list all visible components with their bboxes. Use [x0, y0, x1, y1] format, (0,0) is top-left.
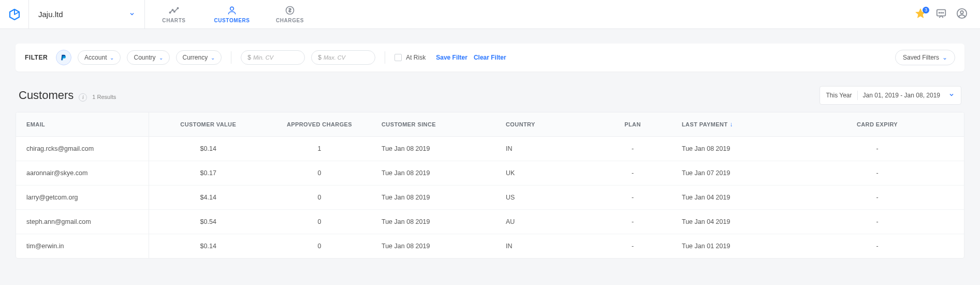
date-range-value: Jan 01, 2019 - Jan 08, 2019: [863, 92, 940, 99]
table-row[interactable]: larry@getcom.org$4.140Tue Jan 08 2019US-…: [16, 186, 964, 210]
dollar-icon: $: [247, 54, 251, 61]
cell-value: $4.14: [149, 186, 268, 210]
chevron-down-icon: ⌄: [211, 55, 215, 61]
min-cv-input-wrap[interactable]: $: [241, 50, 305, 65]
table-row[interactable]: steph.ann@gmail.com$0.540Tue Jan 08 2019…: [16, 210, 964, 234]
cell-country: AU: [495, 210, 594, 234]
svg-point-3: [177, 8, 178, 9]
col-expiry[interactable]: CARD EXPIRY: [791, 112, 964, 137]
col-since[interactable]: CUSTOMER SINCE: [371, 112, 495, 137]
filter-bar: FILTER Account ⌄ Country ⌄ Currency ⌄ $ …: [16, 44, 964, 72]
cell-expiry: -: [791, 137, 964, 161]
svg-point-0: [169, 12, 170, 13]
app-logo[interactable]: [0, 0, 29, 28]
cell-last: Tue Jan 04 2019: [671, 186, 791, 210]
cell-since: Tue Jan 08 2019: [371, 186, 495, 210]
col-value[interactable]: CUSTOMER VALUE: [149, 112, 268, 137]
min-cv-input[interactable]: [253, 54, 295, 61]
chevron-down-icon: ⌄: [159, 55, 163, 61]
cell-country: IN: [495, 234, 594, 259]
table-row[interactable]: chirag.rcks@gmail.com$0.141Tue Jan 08 20…: [16, 137, 964, 161]
workspace-selector[interactable]: Jaju.ltd: [29, 0, 145, 28]
cell-since: Tue Jan 08 2019: [371, 137, 495, 161]
col-plan[interactable]: PLAN: [594, 112, 671, 137]
cell-value: $0.14: [149, 234, 268, 259]
nav-tab-charges[interactable]: CHARGES: [261, 0, 319, 28]
pill-label: Currency: [183, 54, 208, 61]
save-filter-link[interactable]: Save Filter: [436, 54, 467, 61]
cell-last: Tue Jan 07 2019: [671, 161, 791, 186]
cell-email: tim@erwin.in: [16, 234, 149, 259]
table-row[interactable]: tim@erwin.in$0.140Tue Jan 08 2019IN-Tue …: [16, 234, 964, 259]
cell-expiry: -: [791, 186, 964, 210]
nav-tab-label: CHARTS: [162, 18, 185, 23]
cell-last: Tue Jan 08 2019: [671, 137, 791, 161]
cell-last: Tue Jan 01 2019: [671, 234, 791, 259]
pill-label: Country: [134, 54, 155, 61]
charts-icon: [169, 5, 179, 16]
cell-since: Tue Jan 08 2019: [371, 210, 495, 234]
max-cv-input-wrap[interactable]: $: [311, 50, 375, 65]
max-cv-input[interactable]: [324, 54, 365, 61]
topbar-actions: 3: [915, 0, 980, 28]
cell-approved: 0: [268, 234, 371, 259]
svg-point-4: [230, 7, 234, 10]
cell-value: $0.54: [149, 210, 268, 234]
col-country[interactable]: COUNTRY: [495, 112, 594, 137]
customers-table: EMAIL CUSTOMER VALUE APPROVED CHARGES CU…: [16, 112, 964, 259]
chevron-down-icon: [129, 10, 135, 19]
workspace-name: Jaju.ltd: [38, 10, 63, 19]
profile-button[interactable]: [956, 8, 968, 21]
star-badge: 3: [923, 7, 929, 13]
nav-tab-customers[interactable]: CUSTOMERS: [203, 0, 261, 28]
messages-button[interactable]: [935, 8, 947, 21]
cell-expiry: -: [791, 210, 964, 234]
info-icon[interactable]: i: [79, 93, 87, 102]
cell-approved: 1: [268, 137, 371, 161]
cell-approved: 0: [268, 186, 371, 210]
cell-country: US: [495, 186, 594, 210]
cell-expiry: -: [791, 161, 964, 186]
date-range-label: This Year: [826, 92, 852, 99]
page-title: Customers: [19, 89, 74, 102]
svg-point-1: [172, 9, 173, 10]
svg-point-8: [939, 12, 940, 12]
col-last[interactable]: LAST PAYMENT↓: [671, 112, 791, 137]
cell-country: UK: [495, 161, 594, 186]
favorites-button[interactable]: 3: [915, 8, 926, 21]
provider-filter-chip[interactable]: [56, 50, 71, 65]
nav-tab-charts[interactable]: CHARTS: [145, 0, 203, 28]
paypal-icon: [60, 54, 67, 61]
clear-filter-link[interactable]: Clear Filter: [474, 54, 506, 61]
country-filter[interactable]: Country ⌄: [127, 50, 169, 65]
saved-filters-label: Saved Filters: [903, 54, 939, 61]
cell-email: steph.ann@gmail.com: [16, 210, 149, 234]
pill-label: Account: [84, 54, 107, 61]
currency-filter[interactable]: Currency ⌄: [176, 50, 222, 65]
svg-point-9: [941, 12, 941, 12]
cell-country: IN: [495, 137, 594, 161]
at-risk-label: At Risk: [406, 54, 426, 61]
cell-value: $0.17: [149, 161, 268, 186]
chevron-down-icon: [948, 92, 955, 99]
cell-approved: 0: [268, 161, 371, 186]
cell-email: aaronnair@skye.com: [16, 161, 149, 186]
at-risk-checkbox[interactable]: [394, 54, 402, 61]
cell-plan: -: [594, 137, 671, 161]
account-filter[interactable]: Account ⌄: [78, 50, 121, 65]
date-range-picker[interactable]: This Year Jan 01, 2019 - Jan 08, 2019: [820, 86, 962, 105]
table-row[interactable]: aaronnair@skye.com$0.170Tue Jan 08 2019U…: [16, 161, 964, 186]
cell-value: $0.14: [149, 137, 268, 161]
cell-email: larry@getcom.org: [16, 186, 149, 210]
saved-filters-button[interactable]: Saved Filters ⌄: [895, 50, 955, 65]
profile-icon: [956, 8, 968, 19]
nav-tab-label: CHARGES: [276, 18, 304, 23]
cell-plan: -: [594, 210, 671, 234]
cell-last: Tue Jan 04 2019: [671, 210, 791, 234]
col-email[interactable]: EMAIL: [16, 112, 149, 137]
cell-expiry: -: [791, 234, 964, 259]
filter-separator: [231, 51, 231, 64]
svg-point-10: [943, 12, 943, 12]
col-approved[interactable]: APPROVED CHARGES: [268, 112, 371, 137]
topbar: Jaju.ltd CHARTS CUSTOMERS CHARGES: [0, 0, 980, 29]
